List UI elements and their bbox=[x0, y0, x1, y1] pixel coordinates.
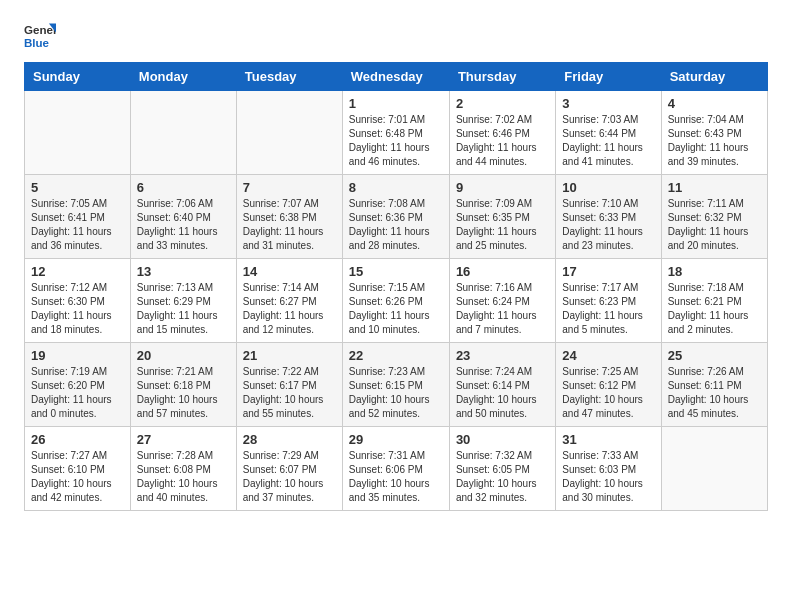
calendar-day-16: 16Sunrise: 7:16 AM Sunset: 6:24 PM Dayli… bbox=[449, 259, 555, 343]
col-header-thursday: Thursday bbox=[449, 63, 555, 91]
day-number: 9 bbox=[456, 180, 549, 195]
day-info: Sunrise: 7:29 AM Sunset: 6:07 PM Dayligh… bbox=[243, 449, 336, 505]
day-info: Sunrise: 7:25 AM Sunset: 6:12 PM Dayligh… bbox=[562, 365, 654, 421]
calendar-week-row: 26Sunrise: 7:27 AM Sunset: 6:10 PM Dayli… bbox=[25, 427, 768, 511]
calendar-day-28: 28Sunrise: 7:29 AM Sunset: 6:07 PM Dayli… bbox=[236, 427, 342, 511]
day-number: 27 bbox=[137, 432, 230, 447]
calendar-day-23: 23Sunrise: 7:24 AM Sunset: 6:14 PM Dayli… bbox=[449, 343, 555, 427]
calendar-empty-cell bbox=[661, 427, 767, 511]
logo-icon: General Blue bbox=[24, 20, 56, 52]
day-number: 7 bbox=[243, 180, 336, 195]
day-info: Sunrise: 7:14 AM Sunset: 6:27 PM Dayligh… bbox=[243, 281, 336, 337]
calendar-day-17: 17Sunrise: 7:17 AM Sunset: 6:23 PM Dayli… bbox=[556, 259, 661, 343]
calendar-day-27: 27Sunrise: 7:28 AM Sunset: 6:08 PM Dayli… bbox=[130, 427, 236, 511]
svg-text:Blue: Blue bbox=[24, 37, 50, 49]
day-number: 6 bbox=[137, 180, 230, 195]
day-number: 11 bbox=[668, 180, 761, 195]
calendar-day-31: 31Sunrise: 7:33 AM Sunset: 6:03 PM Dayli… bbox=[556, 427, 661, 511]
logo: General Blue bbox=[24, 20, 56, 52]
calendar-week-row: 12Sunrise: 7:12 AM Sunset: 6:30 PM Dayli… bbox=[25, 259, 768, 343]
calendar-table: SundayMondayTuesdayWednesdayThursdayFrid… bbox=[24, 62, 768, 511]
calendar-day-2: 2Sunrise: 7:02 AM Sunset: 6:46 PM Daylig… bbox=[449, 91, 555, 175]
calendar-day-11: 11Sunrise: 7:11 AM Sunset: 6:32 PM Dayli… bbox=[661, 175, 767, 259]
calendar-empty-cell bbox=[25, 91, 131, 175]
day-number: 12 bbox=[31, 264, 124, 279]
day-number: 29 bbox=[349, 432, 443, 447]
day-info: Sunrise: 7:21 AM Sunset: 6:18 PM Dayligh… bbox=[137, 365, 230, 421]
calendar-day-12: 12Sunrise: 7:12 AM Sunset: 6:30 PM Dayli… bbox=[25, 259, 131, 343]
day-number: 2 bbox=[456, 96, 549, 111]
day-number: 21 bbox=[243, 348, 336, 363]
day-number: 18 bbox=[668, 264, 761, 279]
day-number: 10 bbox=[562, 180, 654, 195]
day-number: 25 bbox=[668, 348, 761, 363]
day-number: 1 bbox=[349, 96, 443, 111]
day-info: Sunrise: 7:26 AM Sunset: 6:11 PM Dayligh… bbox=[668, 365, 761, 421]
day-info: Sunrise: 7:24 AM Sunset: 6:14 PM Dayligh… bbox=[456, 365, 549, 421]
calendar-day-21: 21Sunrise: 7:22 AM Sunset: 6:17 PM Dayli… bbox=[236, 343, 342, 427]
day-number: 24 bbox=[562, 348, 654, 363]
day-info: Sunrise: 7:09 AM Sunset: 6:35 PM Dayligh… bbox=[456, 197, 549, 253]
day-number: 15 bbox=[349, 264, 443, 279]
calendar-day-3: 3Sunrise: 7:03 AM Sunset: 6:44 PM Daylig… bbox=[556, 91, 661, 175]
day-info: Sunrise: 7:13 AM Sunset: 6:29 PM Dayligh… bbox=[137, 281, 230, 337]
day-number: 13 bbox=[137, 264, 230, 279]
calendar-day-14: 14Sunrise: 7:14 AM Sunset: 6:27 PM Dayli… bbox=[236, 259, 342, 343]
calendar-day-13: 13Sunrise: 7:13 AM Sunset: 6:29 PM Dayli… bbox=[130, 259, 236, 343]
day-number: 14 bbox=[243, 264, 336, 279]
calendar-day-8: 8Sunrise: 7:08 AM Sunset: 6:36 PM Daylig… bbox=[342, 175, 449, 259]
day-number: 28 bbox=[243, 432, 336, 447]
calendar-week-row: 1Sunrise: 7:01 AM Sunset: 6:48 PM Daylig… bbox=[25, 91, 768, 175]
col-header-wednesday: Wednesday bbox=[342, 63, 449, 91]
calendar-day-9: 9Sunrise: 7:09 AM Sunset: 6:35 PM Daylig… bbox=[449, 175, 555, 259]
day-info: Sunrise: 7:15 AM Sunset: 6:26 PM Dayligh… bbox=[349, 281, 443, 337]
calendar-day-4: 4Sunrise: 7:04 AM Sunset: 6:43 PM Daylig… bbox=[661, 91, 767, 175]
col-header-saturday: Saturday bbox=[661, 63, 767, 91]
day-number: 22 bbox=[349, 348, 443, 363]
day-number: 8 bbox=[349, 180, 443, 195]
day-number: 30 bbox=[456, 432, 549, 447]
col-header-monday: Monday bbox=[130, 63, 236, 91]
day-info: Sunrise: 7:11 AM Sunset: 6:32 PM Dayligh… bbox=[668, 197, 761, 253]
day-info: Sunrise: 7:22 AM Sunset: 6:17 PM Dayligh… bbox=[243, 365, 336, 421]
day-info: Sunrise: 7:06 AM Sunset: 6:40 PM Dayligh… bbox=[137, 197, 230, 253]
day-info: Sunrise: 7:31 AM Sunset: 6:06 PM Dayligh… bbox=[349, 449, 443, 505]
page-header: General Blue bbox=[24, 20, 768, 52]
day-info: Sunrise: 7:18 AM Sunset: 6:21 PM Dayligh… bbox=[668, 281, 761, 337]
day-number: 23 bbox=[456, 348, 549, 363]
calendar-day-30: 30Sunrise: 7:32 AM Sunset: 6:05 PM Dayli… bbox=[449, 427, 555, 511]
calendar-day-10: 10Sunrise: 7:10 AM Sunset: 6:33 PM Dayli… bbox=[556, 175, 661, 259]
col-header-friday: Friday bbox=[556, 63, 661, 91]
calendar-day-25: 25Sunrise: 7:26 AM Sunset: 6:11 PM Dayli… bbox=[661, 343, 767, 427]
calendar-day-19: 19Sunrise: 7:19 AM Sunset: 6:20 PM Dayli… bbox=[25, 343, 131, 427]
day-info: Sunrise: 7:17 AM Sunset: 6:23 PM Dayligh… bbox=[562, 281, 654, 337]
day-number: 5 bbox=[31, 180, 124, 195]
col-header-tuesday: Tuesday bbox=[236, 63, 342, 91]
calendar-day-6: 6Sunrise: 7:06 AM Sunset: 6:40 PM Daylig… bbox=[130, 175, 236, 259]
day-number: 19 bbox=[31, 348, 124, 363]
calendar-empty-cell bbox=[236, 91, 342, 175]
calendar-day-24: 24Sunrise: 7:25 AM Sunset: 6:12 PM Dayli… bbox=[556, 343, 661, 427]
day-info: Sunrise: 7:08 AM Sunset: 6:36 PM Dayligh… bbox=[349, 197, 443, 253]
day-info: Sunrise: 7:32 AM Sunset: 6:05 PM Dayligh… bbox=[456, 449, 549, 505]
calendar-week-row: 5Sunrise: 7:05 AM Sunset: 6:41 PM Daylig… bbox=[25, 175, 768, 259]
day-info: Sunrise: 7:23 AM Sunset: 6:15 PM Dayligh… bbox=[349, 365, 443, 421]
day-info: Sunrise: 7:19 AM Sunset: 6:20 PM Dayligh… bbox=[31, 365, 124, 421]
calendar-day-15: 15Sunrise: 7:15 AM Sunset: 6:26 PM Dayli… bbox=[342, 259, 449, 343]
day-info: Sunrise: 7:04 AM Sunset: 6:43 PM Dayligh… bbox=[668, 113, 761, 169]
day-info: Sunrise: 7:27 AM Sunset: 6:10 PM Dayligh… bbox=[31, 449, 124, 505]
day-info: Sunrise: 7:05 AM Sunset: 6:41 PM Dayligh… bbox=[31, 197, 124, 253]
calendar-week-row: 19Sunrise: 7:19 AM Sunset: 6:20 PM Dayli… bbox=[25, 343, 768, 427]
day-number: 26 bbox=[31, 432, 124, 447]
calendar-empty-cell bbox=[130, 91, 236, 175]
day-info: Sunrise: 7:33 AM Sunset: 6:03 PM Dayligh… bbox=[562, 449, 654, 505]
day-info: Sunrise: 7:03 AM Sunset: 6:44 PM Dayligh… bbox=[562, 113, 654, 169]
calendar-day-18: 18Sunrise: 7:18 AM Sunset: 6:21 PM Dayli… bbox=[661, 259, 767, 343]
calendar-day-26: 26Sunrise: 7:27 AM Sunset: 6:10 PM Dayli… bbox=[25, 427, 131, 511]
day-number: 20 bbox=[137, 348, 230, 363]
calendar-day-7: 7Sunrise: 7:07 AM Sunset: 6:38 PM Daylig… bbox=[236, 175, 342, 259]
day-number: 3 bbox=[562, 96, 654, 111]
calendar-day-5: 5Sunrise: 7:05 AM Sunset: 6:41 PM Daylig… bbox=[25, 175, 131, 259]
day-number: 4 bbox=[668, 96, 761, 111]
calendar-day-1: 1Sunrise: 7:01 AM Sunset: 6:48 PM Daylig… bbox=[342, 91, 449, 175]
